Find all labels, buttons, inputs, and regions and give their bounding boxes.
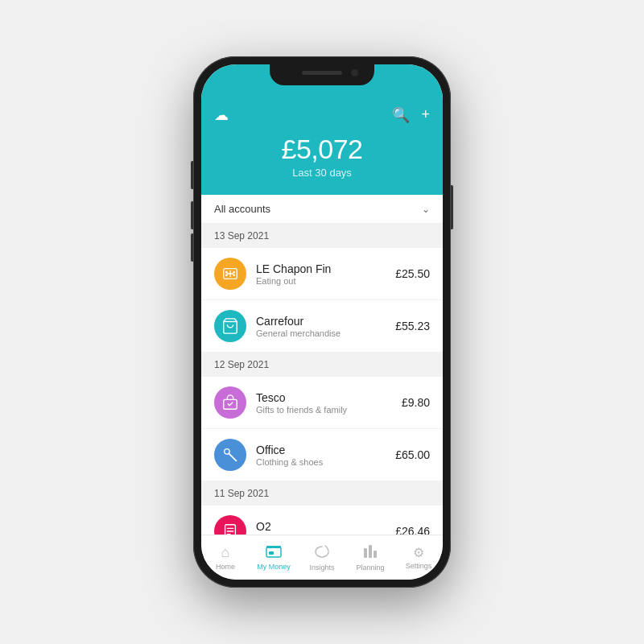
transaction-amount-tesco: £9.80 <box>402 396 430 409</box>
nav-home-label: Home <box>216 563 235 571</box>
account-filter[interactable]: All accounts ⌄ <box>201 195 443 224</box>
svg-rect-16 <box>369 545 372 558</box>
date-header-1: 13 Sep 2021 <box>201 224 443 248</box>
svg-point-3 <box>233 271 235 274</box>
settings-icon: ⚙ <box>413 545 424 560</box>
home-icon: ⌂ <box>221 544 230 561</box>
nav-settings[interactable]: ⚙ Settings <box>394 535 443 580</box>
transaction-info-carrefour: Carrefour General merchandise <box>256 315 386 338</box>
transaction-name-office: Office <box>256 444 386 456</box>
transaction-icon-carrefour <box>214 310 246 342</box>
transaction-amount-le-chapon-fin: £25.50 <box>395 267 430 280</box>
transaction-info-o2: O2 Telephone & mobile <box>256 520 386 535</box>
content-area: All accounts ⌄ 13 Sep 2021 <box>201 195 443 535</box>
svg-point-4 <box>233 274 235 276</box>
transaction-name-le-chapon-fin: LE Chapon Fin <box>256 262 386 275</box>
date-header-2: 12 Sep 2021 <box>201 353 443 377</box>
app-header: ☁ 🔍 + £5,072 Last 30 days <box>201 100 443 195</box>
balance-label: Last 30 days <box>292 167 352 179</box>
transaction-category-carrefour: General merchandise <box>256 328 386 338</box>
transaction-amount-office: £65.00 <box>395 448 430 461</box>
transaction-icon-le-chapon-fin <box>214 258 246 290</box>
transaction-category-office: Clothing & shoes <box>256 457 386 467</box>
transaction-name-carrefour: Carrefour <box>256 315 386 328</box>
cloud-icon[interactable]: ☁ <box>214 106 229 124</box>
planning-icon <box>363 544 378 562</box>
search-icon[interactable]: 🔍 <box>392 106 410 124</box>
nav-my-money[interactable]: My Money <box>250 535 298 580</box>
date-header-3: 11 Sep 2021 <box>201 481 443 506</box>
svg-rect-15 <box>364 548 367 558</box>
header-icons-row: ☁ 🔍 + <box>214 106 430 124</box>
transaction-icon-o2 <box>214 515 246 535</box>
camera <box>351 69 358 76</box>
transaction-amount-o2: £26.46 <box>395 525 430 535</box>
account-filter-label: All accounts <box>214 203 270 215</box>
transaction-tesco[interactable]: Tesco Gifts to friends & family £9.80 <box>201 377 443 429</box>
chevron-down-icon: ⌄ <box>422 204 430 215</box>
transaction-carrefour[interactable]: Carrefour General merchandise £55.23 <box>201 300 443 353</box>
nav-my-money-label: My Money <box>257 563 291 571</box>
svg-point-1 <box>225 271 228 274</box>
svg-rect-17 <box>374 551 377 558</box>
balance-amount: £5,072 <box>282 134 363 165</box>
transaction-info-office: Office Clothing & shoes <box>256 444 386 467</box>
transaction-icon-office <box>214 439 246 471</box>
transaction-o2[interactable]: O2 Telephone & mobile £26.46 <box>201 506 443 535</box>
transaction-le-chapon-fin[interactable]: LE Chapon Fin Eating out £25.50 <box>201 248 443 300</box>
svg-rect-8 <box>225 525 236 535</box>
add-icon[interactable]: + <box>421 106 430 124</box>
insights-icon <box>314 544 330 562</box>
my-money-icon <box>266 545 282 561</box>
svg-point-2 <box>225 274 228 276</box>
transaction-info-le-chapon-fin: LE Chapon Fin Eating out <box>256 262 386 286</box>
transaction-category-le-chapon-fin: Eating out <box>256 276 386 286</box>
phone-frame: ☁ 🔍 + £5,072 Last 30 days All accounts ⌄… <box>193 56 451 588</box>
transaction-name-tesco: Tesco <box>256 391 392 404</box>
svg-rect-14 <box>269 551 274 555</box>
nav-planning-label: Planning <box>356 564 384 572</box>
header-right-icons: 🔍 + <box>392 106 430 124</box>
transaction-office[interactable]: Office Clothing & shoes £65.00 <box>201 429 443 481</box>
nav-planning[interactable]: Planning <box>346 535 394 580</box>
nav-home[interactable]: ⌂ Home <box>201 535 250 580</box>
transaction-info-tesco: Tesco Gifts to friends & family <box>256 391 392 415</box>
transaction-amount-carrefour: £55.23 <box>395 320 430 332</box>
bottom-nav: ⌂ Home My Money <box>201 535 443 580</box>
nav-insights-label: Insights <box>309 564 334 572</box>
nav-settings-label: Settings <box>406 562 432 570</box>
svg-rect-13 <box>266 546 281 548</box>
speaker <box>302 71 342 75</box>
status-bar <box>201 64 443 100</box>
nav-insights[interactable]: Insights <box>298 535 346 580</box>
transaction-name-o2: O2 <box>256 520 386 533</box>
notch <box>270 64 374 85</box>
phone-screen: ☁ 🔍 + £5,072 Last 30 days All accounts ⌄… <box>201 64 443 580</box>
transaction-category-tesco: Gifts to friends & family <box>256 405 392 415</box>
transaction-icon-tesco <box>214 386 246 419</box>
